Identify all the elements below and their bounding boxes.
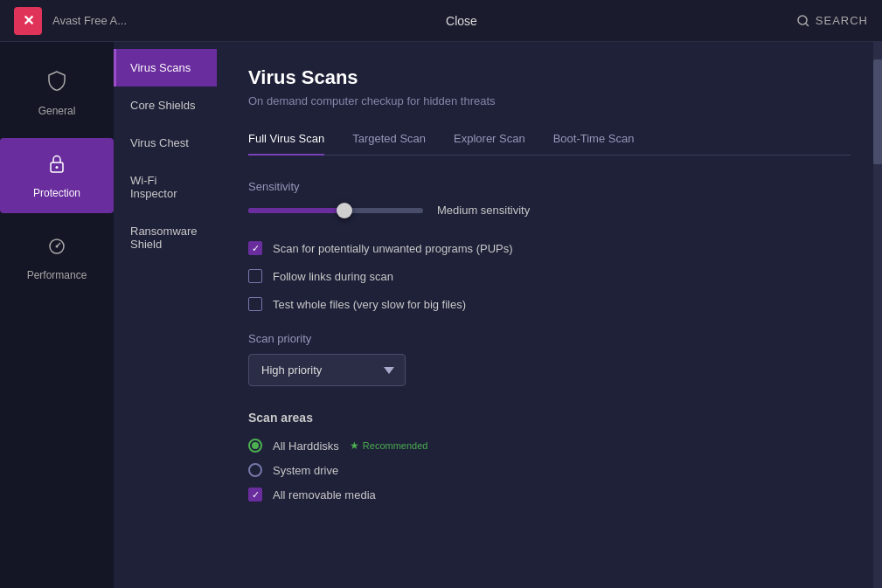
scan-priority-label: Scan priority xyxy=(248,332,851,345)
radio-all-harddisks: All Harddisks ★ Recommended xyxy=(248,439,851,453)
shield-icon xyxy=(45,70,68,98)
checkbox-whole-files-label: Test whole files (very slow for big file… xyxy=(273,298,466,311)
content-area: Virus Scans On demand computer checkup f… xyxy=(217,42,882,588)
recommended-badge: ★ Recommended xyxy=(350,439,428,452)
tab-full-virus-scan[interactable]: Full Virus Scan xyxy=(248,132,324,156)
star-icon: ★ xyxy=(350,439,359,452)
scrollbar[interactable] xyxy=(873,42,882,588)
sidebar-item-general[interactable]: General xyxy=(0,56,114,131)
search-icon xyxy=(796,14,810,28)
app-name: Avast Free A... xyxy=(52,14,127,27)
radio-system-drive: System drive xyxy=(248,463,851,477)
tab-explorer-scan[interactable]: Explorer Scan xyxy=(454,132,525,156)
checkbox-pup-label: Scan for potentially unwanted programs (… xyxy=(273,242,513,255)
tabs-container: Full Virus Scan Targeted Scan Explorer S… xyxy=(248,132,851,156)
nav-item-virus-scans[interactable]: Virus Scans xyxy=(114,49,217,86)
svg-line-1 xyxy=(805,23,809,26)
radio-system-drive-input[interactable] xyxy=(248,463,262,477)
tab-boot-time-scan[interactable]: Boot-Time Scan xyxy=(553,132,635,156)
nav-item-virus-chest[interactable]: Virus Chest xyxy=(114,124,217,162)
checkbox-links-label: Follow links during scan xyxy=(273,270,393,283)
checkbox-removable-media-input[interactable] xyxy=(248,488,262,502)
checkbox-whole-files: Test whole files (very slow for big file… xyxy=(248,297,851,311)
tab-targeted-scan[interactable]: Targeted Scan xyxy=(352,132,426,156)
slider-fill xyxy=(248,208,344,213)
radio-all-harddisks-input[interactable] xyxy=(248,439,262,453)
radio-all-harddisks-label: All Harddisks xyxy=(273,439,339,453)
icon-nav: General Protection Performance xyxy=(0,42,114,588)
title-bar: ✕ Avast Free A... Close SEARCH xyxy=(0,0,882,42)
checkbox-links: Follow links during scan xyxy=(248,269,851,283)
sensitivity-slider-container: Medium sensitivity xyxy=(248,204,851,217)
recommended-label: Recommended xyxy=(363,440,428,451)
checkbox-pup-input[interactable] xyxy=(248,241,262,255)
sidebar-item-protection[interactable]: Protection xyxy=(0,138,114,213)
nav-item-core-shields[interactable]: Core Shields xyxy=(114,86,217,124)
close-x-button[interactable]: ✕ xyxy=(14,7,42,35)
sensitivity-value: Medium sensitivity xyxy=(437,204,530,217)
checkbox-pup: Scan for potentially unwanted programs (… xyxy=(248,241,851,255)
main-layout: General Protection Performance xyxy=(0,42,882,588)
scrollbar-thumb[interactable] xyxy=(873,59,882,164)
checkbox-whole-files-input[interactable] xyxy=(248,297,262,311)
lock-icon xyxy=(45,152,68,180)
nav-item-wifi-inspector[interactable]: Wi-Fi Inspector xyxy=(114,162,217,212)
svg-point-6 xyxy=(56,246,59,248)
search-button[interactable]: SEARCH xyxy=(796,14,868,28)
scan-priority-select[interactable]: High priority Medium priority Low priori… xyxy=(248,354,406,386)
scan-priority-section: Scan priority High priority Medium prior… xyxy=(248,332,851,386)
checkbox-removable-media-label: All removable media xyxy=(273,488,376,502)
nav-item-ransomware-shield[interactable]: Ransomware Shield xyxy=(114,212,217,263)
svg-point-3 xyxy=(56,166,59,169)
page-subtitle: On demand computer checkup for hidden th… xyxy=(248,94,851,107)
slider-track[interactable] xyxy=(248,208,423,213)
sidebar-item-performance[interactable]: Performance xyxy=(0,220,114,295)
secondary-nav: Virus Scans Core Shields Virus Chest Wi-… xyxy=(114,42,217,588)
checkbox-links-input[interactable] xyxy=(248,269,262,283)
search-label: SEARCH xyxy=(816,14,868,27)
scan-areas-title: Scan areas xyxy=(248,411,851,425)
slider-thumb[interactable] xyxy=(337,203,352,218)
gauge-icon xyxy=(45,234,68,262)
close-label: Close xyxy=(446,14,477,28)
sidebar-item-performance-label: Performance xyxy=(27,269,87,281)
sidebar-item-protection-label: Protection xyxy=(33,187,80,199)
sidebar-item-general-label: General xyxy=(38,105,76,117)
radio-system-drive-label: System drive xyxy=(273,464,338,477)
page-title: Virus Scans xyxy=(248,66,851,89)
checkbox-removable-media: All removable media xyxy=(248,488,851,502)
sensitivity-label: Sensitivity xyxy=(248,180,851,193)
